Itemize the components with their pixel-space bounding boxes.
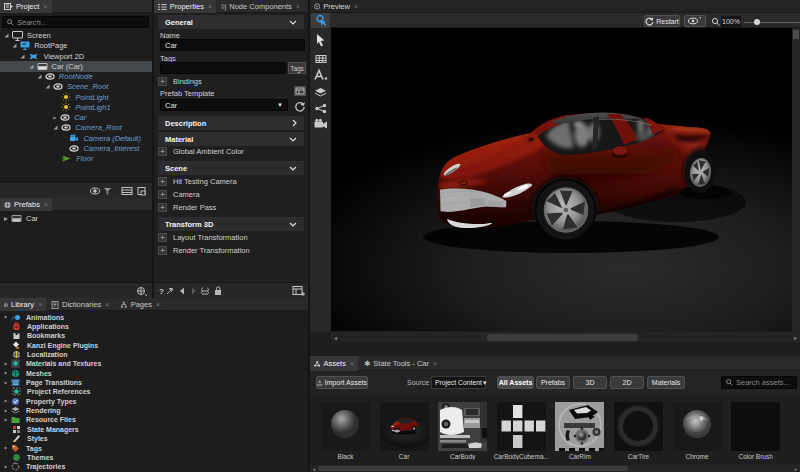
svg-text:?: ?: [159, 287, 164, 296]
